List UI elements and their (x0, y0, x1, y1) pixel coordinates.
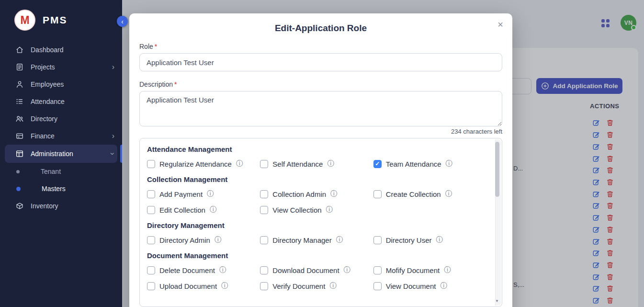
checkbox-icon[interactable]: ✓ (373, 160, 382, 168)
checkbox-icon[interactable] (147, 160, 155, 168)
permission-directory-admin[interactable]: Directory Adminⓘ (147, 236, 260, 244)
checkbox-icon[interactable] (260, 190, 268, 198)
role-input[interactable] (139, 53, 502, 71)
required-mark: * (155, 43, 157, 50)
home-icon (15, 45, 24, 54)
checkbox-icon[interactable] (147, 190, 155, 198)
info-icon: ⓘ (446, 159, 452, 168)
checkbox-icon[interactable] (260, 282, 268, 290)
permission-label: Edit Collection (159, 206, 205, 214)
bullet-icon (16, 170, 20, 173)
scrollbar-track[interactable]: ▼ (495, 139, 501, 306)
checkbox-icon[interactable] (260, 266, 268, 274)
checkbox-icon[interactable] (260, 236, 268, 244)
permission-team-attendance[interactable]: ✓Team Attendanceⓘ (373, 159, 486, 168)
checkbox-icon[interactable] (373, 190, 382, 198)
sidebar-item-inventory[interactable]: Inventory (0, 197, 122, 215)
checkbox-icon[interactable] (147, 266, 155, 274)
checkbox-icon[interactable] (147, 282, 155, 290)
admin-icon (15, 149, 24, 158)
role-label: Role* (139, 43, 502, 50)
info-icon: ⓘ (219, 266, 226, 274)
permission-label: Download Document (272, 266, 339, 274)
info-icon: ⓘ (215, 236, 221, 244)
info-icon: ⓘ (329, 282, 336, 290)
permission-label: Upload Document (159, 282, 217, 290)
sidebar-item-label: Tenant (41, 168, 114, 175)
permission-view-collection[interactable]: View Collectionⓘ (260, 205, 373, 214)
list-icon (15, 97, 24, 106)
permission-upload-document[interactable]: Upload Documentⓘ (147, 282, 260, 290)
sidebar-item-label: Directory (31, 115, 114, 123)
sidebar-item-dashboard[interactable]: Dashboard (0, 41, 122, 58)
checkbox-icon[interactable] (147, 236, 155, 244)
sidebar-item-tenant[interactable]: Tenant (0, 163, 122, 180)
sidebar-collapse-button[interactable]: ‹ (117, 16, 128, 27)
checkbox-icon[interactable] (260, 160, 268, 168)
scrollbar-thumb[interactable] (495, 142, 499, 197)
info-icon: ⓘ (210, 205, 216, 214)
sidebar: M PMS DashboardProjects›EmployeesAttenda… (0, 0, 122, 307)
permission-collection-admin[interactable]: Collection Adminⓘ (260, 190, 373, 198)
permission-label: Collection Admin (272, 190, 326, 198)
logo-icon: M (14, 10, 35, 31)
sidebar-item-masters[interactable]: Masters (0, 180, 122, 197)
sidebar-item-administration[interactable]: Administration› (5, 145, 117, 163)
permission-download-document[interactable]: Download Documentⓘ (260, 266, 373, 274)
permission-group: Directory ManagementDirectory AdminⓘDire… (147, 221, 486, 244)
permission-label: Directory Admin (159, 236, 210, 244)
bullet-icon (16, 187, 21, 191)
permission-verify-document[interactable]: Verify Documentⓘ (260, 282, 373, 290)
permission-directory-user[interactable]: Directory Userⓘ (373, 236, 486, 244)
info-icon: ⓘ (207, 190, 214, 198)
checkbox-icon[interactable] (373, 266, 382, 274)
permission-group-title: Collection Management (147, 175, 486, 183)
permission-group: Document ManagementDelete DocumentⓘDownl… (147, 251, 486, 290)
permission-label: Verify Document (272, 282, 325, 290)
sidebar-item-label: Dashboard (31, 46, 114, 54)
sidebar-item-label: Masters (42, 185, 114, 193)
sidebar-item-projects[interactable]: Projects› (0, 58, 122, 76)
permissions-panel: Attendance ManagementRegularize Attendan… (139, 138, 502, 307)
permission-group-title: Directory Management (147, 221, 486, 229)
permission-label: Self Attendance (272, 160, 323, 168)
scrollbar-down-arrow-icon[interactable]: ▼ (494, 297, 500, 305)
sidebar-item-employees[interactable]: Employees (0, 76, 122, 93)
permission-view-document[interactable]: View Documentⓘ (373, 282, 486, 290)
info-icon: ⓘ (440, 282, 447, 290)
sidebar-item-directory[interactable]: Directory (0, 110, 122, 127)
sidebar-item-finance[interactable]: Finance› (0, 127, 122, 145)
permission-label: View Collection (272, 206, 321, 214)
required-mark: * (174, 80, 177, 88)
info-icon: ⓘ (327, 159, 334, 168)
sidebar-item-label: Inventory (31, 202, 114, 210)
permission-label: Add Payment (159, 190, 203, 198)
logo-letter: M (20, 14, 29, 27)
permission-label: Directory User (386, 236, 432, 244)
permission-delete-document[interactable]: Delete Documentⓘ (147, 266, 260, 274)
permission-create-collection[interactable]: Create Collectionⓘ (373, 190, 486, 198)
permission-mofify-document[interactable]: Mofify Documentⓘ (373, 266, 486, 274)
sidebar-item-attendance[interactable]: Attendance (0, 93, 122, 110)
info-icon: ⓘ (221, 282, 228, 290)
person-icon (15, 80, 24, 89)
permission-self-attendance[interactable]: Self Attendanceⓘ (260, 159, 373, 168)
chevron-right-icon: › (112, 63, 114, 71)
checkbox-icon[interactable] (373, 282, 382, 290)
checkbox-icon[interactable] (373, 236, 382, 244)
permission-label: Team Attendance (386, 160, 441, 168)
projects-icon (15, 63, 24, 71)
checkbox-icon[interactable] (260, 206, 268, 214)
permission-edit-collection[interactable]: Edit Collectionⓘ (147, 205, 260, 214)
info-icon: ⓘ (445, 190, 452, 198)
logo: M PMS (0, 0, 122, 38)
permission-add-payment[interactable]: Add Paymentⓘ (147, 190, 260, 198)
close-icon[interactable]: × (493, 17, 508, 32)
description-textarea[interactable] (139, 91, 502, 126)
permission-directory-manager[interactable]: Directory Managerⓘ (260, 236, 373, 244)
permission-regularize-attendance[interactable]: Regularize Attendanceⓘ (147, 159, 260, 168)
checkbox-icon[interactable] (147, 206, 155, 214)
info-icon: ⓘ (444, 266, 451, 274)
info-icon: ⓘ (336, 236, 343, 244)
permission-label: Directory Manager (272, 236, 331, 244)
